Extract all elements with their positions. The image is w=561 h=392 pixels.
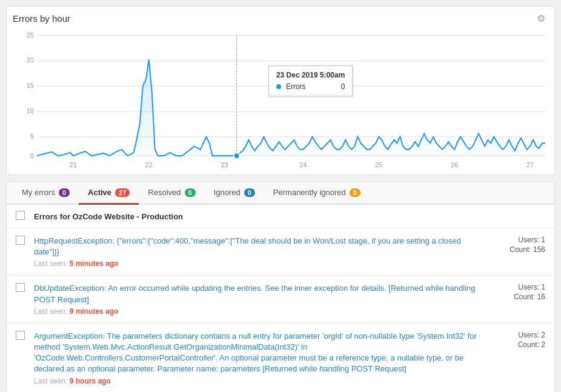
chart-svg: 25 20 15 10 5 0 21 Dec 22 Dec 23 Dec 24 … [13,29,545,168]
chart-header: Errors by hour ⚙ [13,13,545,24]
select-all-checkbox[interactable] [16,211,25,220]
error-checkbox-col-1 [16,236,34,247]
error-users-3: Users: 2 [491,331,545,339]
error-last-seen-2: Last seen: 9 minutes ago [34,307,485,316]
error-rows-container: HttpRequestException: {"errors":{"code":… [7,228,554,392]
error-stats-3: Users: 2 Count: 2 [491,331,545,350]
tab-label-resolved: Resolved [148,188,181,197]
tab-badge-ignored: 0 [244,188,255,197]
svg-text:25: 25 [27,31,34,38]
svg-text:20: 20 [27,56,34,64]
svg-text:Dec: Dec [373,167,385,168]
error-checkbox-2[interactable] [16,283,25,292]
svg-text:Dec: Dec [143,167,155,168]
tabs-header: My errors0Active27Resolved0Ignored0Perma… [7,182,554,205]
tab-label-active: Active [88,188,111,197]
tab-my-errors[interactable]: My errors0 [13,182,79,205]
tab-active[interactable]: Active27 [79,182,139,205]
svg-text:Dec: Dec [219,167,231,168]
error-stats-2: Users: 1 Count: 16 [491,283,545,302]
tab-label-my-errors: My errors [22,188,55,197]
error-last-seen-1: Last seen: 5 minutes ago [34,259,485,268]
svg-text:Dec: Dec [297,167,310,168]
error-last-seen-value-1: 5 minutes ago [70,259,119,268]
error-checkbox-1[interactable] [16,236,25,245]
error-content-3: ArgumentException: The parameters dictio… [34,331,491,385]
tab-label-permanently-ignored: Permanently ignored [273,188,346,197]
error-last-seen-3: Last seen: 9 hours ago [34,377,485,385]
main-container: Errors by hour ⚙ 25 20 15 10 5 0 [0,6,561,392]
tab-badge-resolved: 0 [185,188,196,197]
svg-text:Dec: Dec [67,167,79,168]
svg-text:5: 5 [30,133,34,140]
tab-badge-my-errors: 0 [59,188,70,197]
select-all-checkbox-col [16,211,34,222]
svg-text:0: 0 [30,152,34,159]
error-checkbox-col-2 [16,283,34,294]
error-title-1[interactable]: HttpRequestException: {"errors":{"code":… [34,236,485,257]
error-checkbox-col-3 [16,331,34,342]
error-list-header: Errors for OzCode Website - Production [7,205,554,228]
error-list-title: Errors for OzCode Website - Production [34,212,183,221]
tab-badge-permanently-ignored: 0 [350,188,360,197]
error-row-2: DbUpdateException: An error occurred whi… [7,276,554,323]
gear-icon[interactable]: ⚙ [537,13,545,24]
error-count-3: Count: 2 [491,341,545,349]
error-count-1: Count: 156 [491,245,545,254]
svg-text:Dec: Dec [524,167,536,168]
svg-text:15: 15 [27,82,34,89]
tab-ignored[interactable]: Ignored0 [205,182,264,205]
tab-label-ignored: Ignored [214,188,241,197]
error-title-3[interactable]: ArgumentException: The parameters dictio… [34,331,485,375]
error-stats-1: Users: 1 Count: 156 [491,236,545,255]
error-checkbox-3[interactable] [16,331,25,340]
error-row-3: ArgumentException: The parameters dictio… [7,324,554,392]
error-row-1: HttpRequestException: {"errors":{"code":… [7,228,554,276]
error-count-2: Count: 16 [491,293,545,301]
chart-section: Errors by hour ⚙ 25 20 15 10 5 0 [6,6,555,175]
svg-marker-27 [37,59,545,156]
tab-permanently-ignored[interactable]: Permanently ignored0 [264,182,370,205]
svg-point-28 [234,153,240,159]
error-last-seen-value-3: 9 hours ago [70,377,111,385]
svg-text:Dec: Dec [448,167,460,168]
chart-area: 25 20 15 10 5 0 21 Dec 22 Dec 23 Dec 24 … [13,29,545,168]
error-users-2: Users: 1 [491,283,545,291]
error-content-2: DbUpdateException: An error occurred whi… [34,283,491,315]
error-last-seen-value-2: 9 minutes ago [70,307,119,316]
error-title-2[interactable]: DbUpdateException: An error occurred whi… [34,283,485,305]
error-list: Errors for OzCode Website - Production H… [7,205,554,392]
chart-title: Errors by hour [13,13,70,24]
tab-badge-active: 27 [115,188,130,197]
tab-resolved[interactable]: Resolved0 [139,182,204,205]
error-users-1: Users: 1 [491,236,545,244]
error-content-1: HttpRequestException: {"errors":{"code":… [34,236,491,268]
tabs-section: My errors0Active27Resolved0Ignored0Perma… [6,181,555,392]
svg-text:10: 10 [27,107,34,115]
